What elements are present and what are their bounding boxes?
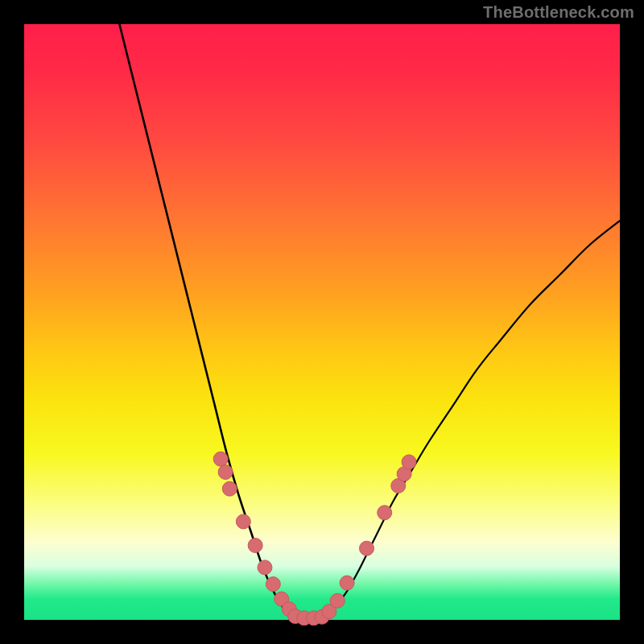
data-marker [340,576,354,590]
data-marker [360,541,374,555]
chart-stage: TheBottleneck.com [0,0,644,644]
data-marker [213,452,228,466]
data-marker [218,464,233,479]
curve-right-branch [322,221,620,617]
data-marker [258,560,272,575]
data-marker [236,514,250,529]
data-marker [266,577,280,592]
data-marker [248,539,262,553]
data-marker [378,506,392,520]
data-marker [402,455,416,469]
data-marker [222,481,237,496]
watermark-text: TheBottleneck.com [483,3,634,22]
data-marker [330,593,345,608]
curve-layer [24,24,620,620]
plot-area [24,24,620,620]
curve-left-branch [119,24,292,617]
